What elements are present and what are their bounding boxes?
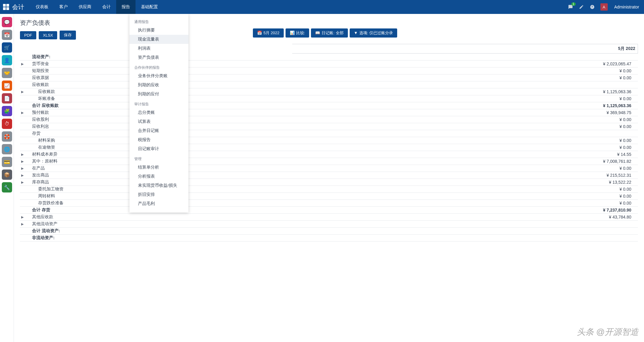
- package-icon[interactable]: 📦: [2, 169, 12, 180]
- dropdown-group-header: 通用报告: [129, 16, 188, 26]
- dropdown-item[interactable]: 折旧安排: [129, 190, 188, 199]
- timer-icon[interactable]: ⏱: [2, 119, 12, 129]
- dropdown-item[interactable]: 未实现货币收益/损失: [129, 181, 188, 190]
- report-row: ▶库存商品¥ 13,522.22: [20, 179, 638, 186]
- pdf-button[interactable]: PDF: [20, 31, 36, 39]
- nav-item-0[interactable]: 仪表板: [30, 0, 54, 14]
- chat-icon[interactable]: 💬: [2, 17, 12, 27]
- expand-caret-icon[interactable]: ▶: [20, 159, 25, 163]
- dropdown-item[interactable]: 试算表: [129, 117, 188, 126]
- username-label[interactable]: Administrator: [614, 5, 639, 9]
- report-dropdown-menu: 通用报告执行摘要现金流量表利润表资产负债表合作伙伴的报告业务伙伴分类账到期的应收…: [129, 14, 188, 212]
- filter-icon: ▼: [354, 31, 358, 35]
- row-amount: ¥ 0.00: [590, 166, 638, 171]
- row-label: 材料采购: [25, 138, 590, 143]
- cart-icon[interactable]: 🛒: [2, 42, 12, 53]
- invoice-icon[interactable]: 📄: [2, 93, 12, 104]
- row-label: 合计 存货: [25, 207, 590, 213]
- nav-item-5[interactable]: 基础配置: [136, 0, 163, 14]
- dropdown-item[interactable]: 利润表: [129, 44, 188, 53]
- dropdown-item[interactable]: 结算单分析: [129, 163, 188, 172]
- compare-filter-button[interactable]: 📊比较:: [286, 28, 309, 38]
- date-filter-button[interactable]: 📅5月 2022: [253, 28, 284, 38]
- row-label: 合计 应收账款: [25, 103, 590, 108]
- clock-icon[interactable]: [590, 4, 595, 10]
- report-row: ▶合计 应收账款¥ 1,125,063.36: [20, 102, 638, 109]
- report-row: ▶材料成本差异¥ 14.55: [20, 151, 638, 158]
- row-amount: ¥ 0.00: [590, 138, 638, 143]
- report-row: ▶预付账款¥ 369,948.75: [20, 109, 638, 116]
- expand-caret-icon[interactable]: ▶: [20, 222, 25, 226]
- nav-item-1[interactable]: 客户: [54, 0, 73, 14]
- row-label: 在途物资: [25, 145, 590, 150]
- row-label: 坏账准备: [25, 96, 590, 101]
- expand-caret-icon[interactable]: ▶: [20, 153, 25, 156]
- messages-icon[interactable]: 1: [568, 4, 573, 10]
- journal-filter-button[interactable]: 📖日记账: 全部: [311, 28, 348, 38]
- dropdown-item[interactable]: 税报告: [129, 135, 188, 144]
- options-filter-button[interactable]: ▼选项: 仅已过账分录: [350, 28, 397, 38]
- dropdown-item[interactable]: 合并日记账: [129, 126, 188, 135]
- expand-caret-icon[interactable]: ▶: [20, 180, 25, 184]
- card-icon[interactable]: 💳: [2, 157, 12, 167]
- row-label: 应收票据: [25, 75, 590, 81]
- row-label: 非流动资产:: [25, 235, 590, 241]
- report-row: ▶短期投资¥ 0.00: [20, 67, 638, 74]
- dropdown-item[interactable]: 执行摘要: [129, 26, 188, 35]
- user-avatar[interactable]: A: [600, 3, 608, 11]
- expand-caret-icon[interactable]: ▶: [20, 166, 25, 170]
- nav-item-3[interactable]: 会计: [97, 0, 116, 14]
- chart-icon: 📊: [290, 31, 295, 35]
- analytics-icon[interactable]: 📈: [2, 81, 12, 91]
- dropdown-item[interactable]: 资产负债表: [129, 53, 188, 62]
- row-amount: ¥ 0.00: [590, 117, 638, 122]
- report-row: ▶发出商品¥ 215,512.31: [20, 172, 638, 179]
- main-content: 资产负债表 PDF XLSX 保存 📅5月 2022 📊比较: 📖日记账: 全部…: [14, 14, 644, 342]
- row-amount: ¥ 0.00: [590, 75, 638, 80]
- expand-caret-icon[interactable]: ▶: [20, 62, 25, 66]
- row-label: 合计 流动资产:: [25, 228, 590, 234]
- row-amount: ¥ 14.55: [590, 152, 638, 157]
- expand-caret-icon[interactable]: ▶: [20, 173, 25, 177]
- report-row: ▶其他应收款¥ 43,784.80: [20, 214, 638, 221]
- dropdown-item[interactable]: 分析报表: [129, 172, 188, 181]
- handshake-icon[interactable]: 🤝: [2, 68, 12, 78]
- apps-grid-icon[interactable]: [2, 3, 10, 11]
- nav-item-4[interactable]: 报告: [116, 0, 136, 14]
- expand-caret-icon[interactable]: ▶: [20, 215, 25, 219]
- expand-caret-icon[interactable]: ▶: [20, 90, 25, 94]
- plugin-icon[interactable]: 🧩: [2, 106, 12, 116]
- row-amount: ¥ 369,948.75: [590, 110, 638, 115]
- report-row: ▶存货: [20, 130, 638, 137]
- row-amount: ¥ 2,023,065.47: [590, 61, 638, 66]
- dropdown-item[interactable]: 业务伙伴分类账: [129, 71, 188, 81]
- expand-caret-icon[interactable]: ▶: [20, 111, 25, 115]
- support-icon[interactable]: 🛟: [2, 131, 12, 142]
- dropdown-item[interactable]: 产品毛利: [129, 199, 188, 208]
- row-amount: ¥ 0.00: [590, 187, 638, 192]
- row-label: 短期投资: [25, 68, 590, 74]
- xlsx-button[interactable]: XLSX: [39, 31, 57, 39]
- row-label: 材料成本差异: [25, 152, 590, 157]
- dropdown-item[interactable]: 到期的应收: [129, 81, 188, 90]
- nav-item-2[interactable]: 供应商: [73, 0, 97, 14]
- row-amount: ¥ 215,512.31: [590, 173, 638, 178]
- main-menu: 仪表板客户供应商会计报告基础配置: [30, 0, 163, 14]
- dropdown-item[interactable]: 总分类账: [129, 108, 188, 117]
- filter-bar: 📅5月 2022 📊比较: 📖日记账: 全部 ▼选项: 仅已过账分录: [253, 28, 397, 38]
- report-row: ▶材料采购¥ 0.00: [20, 137, 638, 144]
- row-amount: ¥ 0.00: [590, 124, 638, 129]
- row-amount: ¥ 13,522.22: [590, 180, 638, 185]
- dropdown-item[interactable]: 日记账审计: [129, 144, 188, 153]
- report-row: ▶在产品¥ 0.00: [20, 165, 638, 172]
- row-label: 流动资产:: [25, 54, 590, 60]
- settings-icon[interactable]: 🔧: [2, 182, 12, 192]
- dropdown-item[interactable]: 现金流量表: [129, 35, 188, 44]
- globe-icon[interactable]: 🌐: [2, 144, 12, 154]
- edit-icon[interactable]: [579, 4, 584, 10]
- row-label: 其他应收款: [25, 214, 590, 220]
- save-button[interactable]: 保存: [60, 31, 76, 40]
- dropdown-item[interactable]: 到期的应付: [129, 90, 188, 99]
- calendar-icon[interactable]: 📅: [2, 30, 12, 40]
- contact-icon[interactable]: 👤: [2, 55, 12, 65]
